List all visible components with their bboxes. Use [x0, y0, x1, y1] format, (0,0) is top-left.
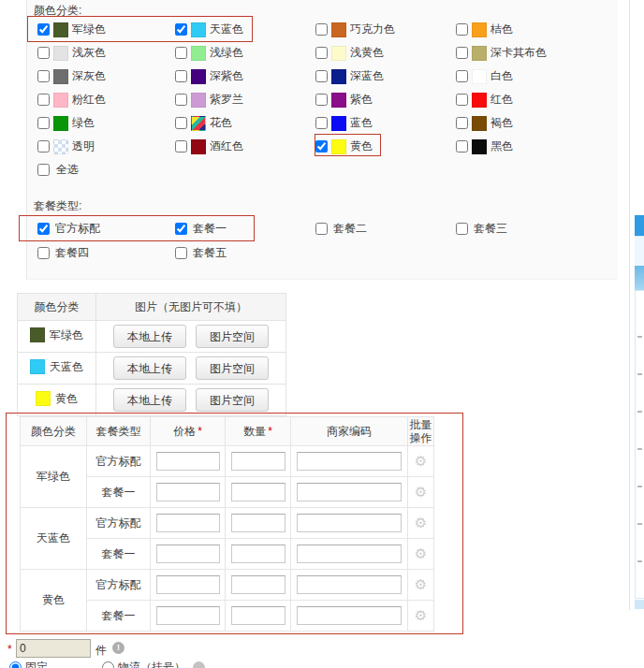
quantity-input[interactable] — [231, 514, 285, 532]
color-checkbox[interactable] — [175, 70, 187, 82]
merchant-code-input[interactable] — [297, 575, 402, 594]
color-checkbox[interactable] — [37, 70, 50, 82]
package-option[interactable]: 官方标配 — [37, 221, 175, 237]
color-option[interactable]: 浅绿色 — [175, 45, 315, 61]
color-label: 紫罗兰 — [210, 92, 243, 108]
color-checkbox[interactable] — [315, 70, 328, 82]
color-option[interactable]: 深紫色 — [175, 68, 315, 84]
batch-settings-gear-icon[interactable]: ⚙ — [415, 545, 427, 561]
color-checkbox[interactable] — [175, 47, 187, 59]
shipping-radio[interactable] — [102, 661, 114, 668]
package-checkbox[interactable] — [37, 247, 50, 259]
local-upload-button[interactable]: 本地上传 — [113, 388, 186, 412]
batch-settings-gear-icon[interactable]: ⚙ — [415, 453, 427, 469]
color-option[interactable]: 蓝色 — [315, 115, 456, 131]
color-checkbox[interactable] — [456, 117, 468, 129]
color-option[interactable]: 绿色 — [37, 115, 175, 131]
merchant-code-input[interactable] — [297, 545, 402, 563]
quantity-input[interactable] — [231, 575, 285, 594]
color-option[interactable]: 花色 — [175, 115, 315, 131]
color-option[interactable]: 褐色 — [456, 115, 596, 131]
color-option[interactable]: 红色 — [456, 92, 596, 108]
merchant-code-input[interactable] — [297, 452, 402, 471]
color-checkbox[interactable] — [37, 140, 50, 152]
select-all-option[interactable]: 全选 — [37, 162, 175, 178]
color-label: 浅灰色 — [72, 45, 106, 61]
batch-settings-gear-icon[interactable]: ⚙ — [415, 607, 427, 623]
package-option[interactable]: 套餐一 — [175, 221, 315, 237]
color-checkbox[interactable] — [37, 94, 50, 106]
package-checkbox[interactable] — [315, 223, 328, 235]
color-option[interactable]: 天蓝色 — [175, 22, 315, 37]
color-option[interactable]: 巧克力色 — [315, 22, 456, 37]
color-option[interactable]: 紫色 — [315, 92, 456, 108]
color-option[interactable]: 黑色 — [456, 138, 596, 154]
color-checkbox[interactable] — [456, 140, 468, 152]
color-checkbox[interactable] — [175, 94, 187, 106]
price-input[interactable] — [156, 452, 220, 471]
color-checkbox[interactable] — [175, 140, 187, 152]
color-checkbox[interactable] — [456, 47, 468, 59]
color-checkbox[interactable] — [315, 117, 328, 129]
color-option[interactable]: 深蓝色 — [315, 68, 456, 84]
package-checkbox[interactable] — [456, 223, 468, 235]
color-checkbox[interactable] — [315, 94, 328, 106]
price-input[interactable] — [156, 606, 220, 625]
total-quantity-input[interactable] — [16, 639, 91, 658]
color-checkbox[interactable] — [315, 47, 328, 59]
color-checkbox[interactable] — [456, 23, 468, 36]
color-option[interactable]: 白色 — [456, 68, 596, 84]
color-checkbox[interactable] — [175, 117, 187, 129]
package-option[interactable]: 套餐二 — [315, 221, 456, 237]
merchant-code-input[interactable] — [297, 514, 402, 532]
price-input[interactable] — [156, 483, 220, 501]
image-space-button[interactable]: 图片空间 — [196, 325, 269, 348]
color-checkbox[interactable] — [315, 140, 328, 152]
local-upload-button[interactable]: 本地上传 — [113, 325, 186, 348]
color-option[interactable]: 透明 — [37, 138, 175, 154]
quantity-input[interactable] — [231, 483, 285, 501]
price-input[interactable] — [156, 545, 220, 563]
color-option[interactable]: 深卡其布色 — [456, 45, 596, 61]
package-option[interactable]: 套餐五 — [175, 245, 315, 261]
color-checkbox[interactable] — [37, 23, 50, 36]
color-option[interactable]: 深灰色 — [37, 68, 175, 84]
package-option[interactable]: 套餐四 — [37, 245, 175, 261]
color-option[interactable]: 黄色 — [315, 138, 456, 154]
color-checkbox[interactable] — [456, 94, 468, 106]
quantity-input[interactable] — [231, 545, 285, 563]
color-checkbox[interactable] — [37, 47, 50, 59]
select-all-checkbox[interactable] — [37, 164, 50, 176]
shipping-radio[interactable] — [9, 661, 22, 668]
batch-settings-gear-icon[interactable]: ⚙ — [415, 484, 427, 500]
batch-settings-gear-icon[interactable]: ⚙ — [415, 576, 427, 592]
color-checkbox[interactable] — [175, 23, 187, 36]
color-option[interactable]: 浅灰色 — [37, 45, 175, 61]
package-checkbox[interactable] — [175, 247, 187, 259]
merchant-code-input[interactable] — [297, 606, 402, 625]
color-option[interactable]: 浅黄色 — [315, 45, 456, 61]
merchant-code-input[interactable] — [297, 483, 402, 501]
right-panel-subheader-clipped[interactable] — [635, 266, 644, 290]
color-option[interactable]: 桔色 — [456, 22, 596, 37]
package-option[interactable]: 套餐三 — [456, 221, 596, 237]
color-option[interactable]: 粉红色 — [37, 92, 175, 108]
color-checkbox[interactable] — [315, 23, 328, 36]
color-checkbox[interactable] — [37, 117, 50, 129]
image-space-button[interactable]: 图片空间 — [196, 356, 269, 380]
quantity-input[interactable] — [231, 452, 285, 471]
right-panel-header-clipped[interactable] — [635, 215, 644, 236]
price-input[interactable] — [156, 514, 220, 532]
package-checkbox[interactable] — [175, 223, 187, 235]
local-upload-button[interactable]: 本地上传 — [113, 356, 186, 380]
package-checkbox[interactable] — [37, 223, 50, 235]
price-input[interactable] — [156, 575, 220, 594]
color-option[interactable]: 紫罗兰 — [175, 92, 315, 108]
quantity-input[interactable] — [231, 606, 285, 625]
sku-header-batch: 批量操作 — [408, 417, 434, 446]
color-checkbox[interactable] — [456, 70, 468, 82]
batch-settings-gear-icon[interactable]: ⚙ — [415, 515, 427, 530]
color-option[interactable]: 酒红色 — [175, 138, 315, 154]
color-option[interactable]: 军绿色 — [37, 22, 175, 37]
image-space-button[interactable]: 图片空间 — [196, 388, 269, 412]
